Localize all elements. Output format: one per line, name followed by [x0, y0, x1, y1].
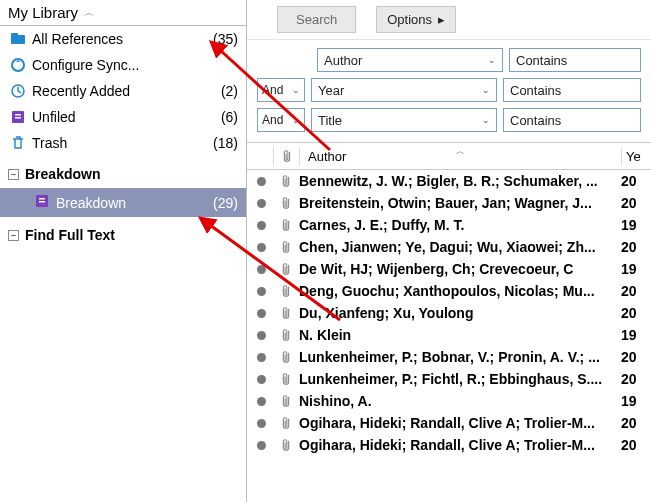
nav-all-references[interactable]: All References (35) [0, 26, 246, 52]
year-cell: 19 [621, 217, 651, 233]
table-row[interactable]: Breitenstein, Otwin; Bauer, Jan; Wagner,… [247, 192, 651, 214]
table-row[interactable]: Du, Xianfeng; Xu, Youlong20 [247, 302, 651, 324]
attachment-icon [273, 284, 299, 298]
toolbar: Search Options ▸ [247, 0, 651, 40]
year-cell: 20 [621, 349, 651, 365]
unread-dot [249, 287, 273, 296]
year-cell: 20 [621, 305, 651, 321]
group-label: Breakdown [25, 166, 100, 182]
group-label: Find Full Text [25, 227, 115, 243]
nav-count: (18) [213, 135, 238, 151]
chevron-down-icon: ⌄ [482, 85, 490, 95]
chevron-down-icon: ⌄ [482, 115, 490, 125]
nav-label: Unfiled [32, 109, 215, 125]
sort-chevron-icon: ︿ [456, 145, 465, 158]
reference-list: Bennewitz, J. W.; Bigler, B. R.; Schumak… [247, 170, 651, 502]
group-find-full-text[interactable]: – Find Full Text [0, 217, 246, 249]
author-cell: Deng, Guochu; Xanthopoulos, Nicolas; Mu.… [299, 283, 621, 299]
nav-count: (6) [221, 109, 238, 125]
bool-dropdown[interactable]: And⌄ [257, 108, 305, 132]
unread-dot [249, 221, 273, 230]
nav-trash[interactable]: Trash (18) [0, 130, 246, 156]
author-cell: Lunkenheimer, P.; Bobnar, V.; Pronin, A.… [299, 349, 621, 365]
trash-icon [10, 135, 26, 151]
options-button[interactable]: Options ▸ [376, 6, 456, 33]
nav-label: Recently Added [32, 83, 215, 99]
nav-label: Trash [32, 135, 207, 151]
svg-rect-9 [39, 201, 45, 203]
collapse-icon[interactable]: – [8, 230, 19, 241]
nav-count: (35) [213, 31, 238, 47]
table-row[interactable]: Lunkenheimer, P.; Fichtl, R.; Ebbinghaus… [247, 368, 651, 390]
table-row[interactable]: Carnes, J. E.; Duffy, M. T.19 [247, 214, 651, 236]
unread-dot [249, 419, 273, 428]
condition-dropdown[interactable]: Contains [509, 48, 641, 72]
group-icon [34, 193, 50, 212]
table-row[interactable]: Bennewitz, J. W.; Bigler, B. R.; Schumak… [247, 170, 651, 192]
unread-dot [249, 397, 273, 406]
unfiled-icon [10, 109, 26, 125]
unread-dot [249, 353, 273, 362]
svg-rect-6 [15, 117, 21, 119]
triangle-right-icon: ▸ [438, 12, 445, 27]
unread-dot [249, 177, 273, 186]
nav-recently-added[interactable]: Recently Added (2) [0, 78, 246, 104]
attachment-icon [273, 306, 299, 320]
field-dropdown[interactable]: Author⌄ [317, 48, 503, 72]
bool-dropdown[interactable]: And⌄ [257, 78, 305, 102]
field-dropdown[interactable]: Year⌄ [311, 78, 497, 102]
year-cell: 20 [621, 437, 651, 453]
table-row[interactable]: Lunkenheimer, P.; Bobnar, V.; Pronin, A.… [247, 346, 651, 368]
author-cell: De Wit, HJ; Wijenberg, Ch; Crevecoeur, C [299, 261, 621, 277]
group-child-breakdown[interactable]: Breakdown (29) [0, 188, 246, 217]
search-button[interactable]: Search [277, 6, 356, 33]
table-row[interactable]: De Wit, HJ; Wijenberg, Ch; Crevecoeur, C… [247, 258, 651, 280]
year-cell: 20 [621, 283, 651, 299]
year-cell: 19 [621, 261, 651, 277]
sidebar: My Library ︿ All References (35) Configu… [0, 0, 247, 502]
unread-dot [249, 309, 273, 318]
col-year[interactable]: Ye [621, 147, 651, 166]
sync-icon [10, 57, 26, 73]
library-header[interactable]: My Library ︿ [0, 0, 246, 26]
col-author[interactable]: ︿ Author [299, 147, 621, 166]
clock-icon [10, 83, 26, 99]
author-cell: Ogihara, Hideki; Randall, Clive A; Troli… [299, 415, 621, 431]
author-cell: Breitenstein, Otwin; Bauer, Jan; Wagner,… [299, 195, 621, 211]
chevron-down-icon: ⌄ [292, 115, 300, 125]
table-row[interactable]: Deng, Guochu; Xanthopoulos, Nicolas; Mu.… [247, 280, 651, 302]
table-row[interactable]: N. Klein19 [247, 324, 651, 346]
unread-dot [249, 199, 273, 208]
table-row[interactable]: Ogihara, Hideki; Randall, Clive A; Troli… [247, 412, 651, 434]
table-row[interactable]: Chen, Jianwen; Ye, Dagui; Wu, Xiaowei; Z… [247, 236, 651, 258]
year-cell: 19 [621, 393, 651, 409]
unread-dot [249, 243, 273, 252]
unread-dot [249, 265, 273, 274]
condition-dropdown[interactable]: Contains [503, 108, 641, 132]
col-attachment[interactable] [273, 146, 299, 166]
table-row[interactable]: Nishino, A.19 [247, 390, 651, 412]
options-label: Options [387, 12, 432, 27]
chevron-up-icon: ︿ [84, 6, 94, 20]
svg-rect-0 [11, 35, 25, 44]
nav-count: (2) [221, 83, 238, 99]
collapse-icon[interactable]: – [8, 169, 19, 180]
nav-configure-sync[interactable]: Configure Sync... [0, 52, 246, 78]
attachment-icon [273, 350, 299, 364]
nav-label: All References [32, 31, 207, 47]
year-cell: 20 [621, 415, 651, 431]
search-row: And⌄ Title⌄ Contains [257, 108, 641, 132]
year-cell: 20 [621, 239, 651, 255]
unread-dot [249, 441, 273, 450]
nav-unfiled[interactable]: Unfiled (6) [0, 104, 246, 130]
year-cell: 19 [621, 327, 651, 343]
attachment-icon [273, 416, 299, 430]
table-row[interactable]: Ogihara, Hideki; Randall, Clive A; Troli… [247, 434, 651, 456]
field-dropdown[interactable]: Title⌄ [311, 108, 497, 132]
group-child-count: (29) [213, 195, 238, 211]
condition-dropdown[interactable]: Contains [503, 78, 641, 102]
group-breakdown[interactable]: – Breakdown [0, 156, 246, 188]
attachment-icon [273, 262, 299, 276]
attachment-icon [273, 328, 299, 342]
folder-icon [10, 31, 26, 47]
